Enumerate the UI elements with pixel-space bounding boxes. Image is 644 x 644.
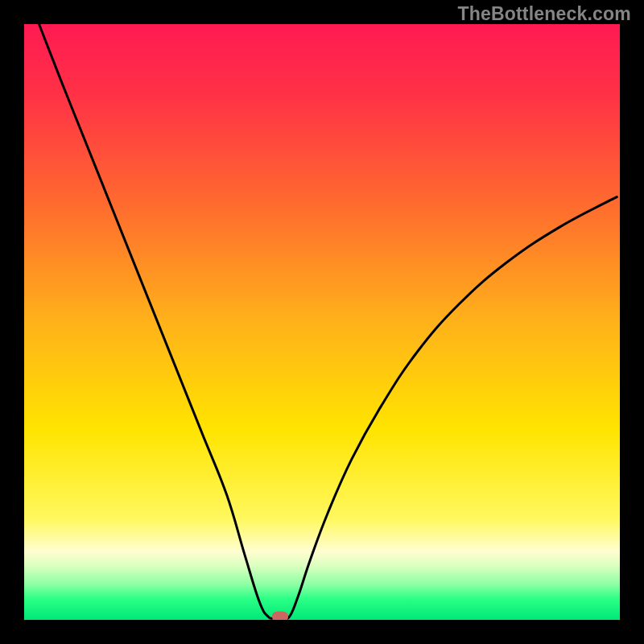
plot-area [24, 24, 620, 620]
bottleneck-curve [24, 24, 620, 620]
optimal-point-marker [272, 611, 288, 620]
chart-frame: TheBottleneck.com [0, 0, 644, 644]
watermark-text: TheBottleneck.com [457, 3, 631, 25]
